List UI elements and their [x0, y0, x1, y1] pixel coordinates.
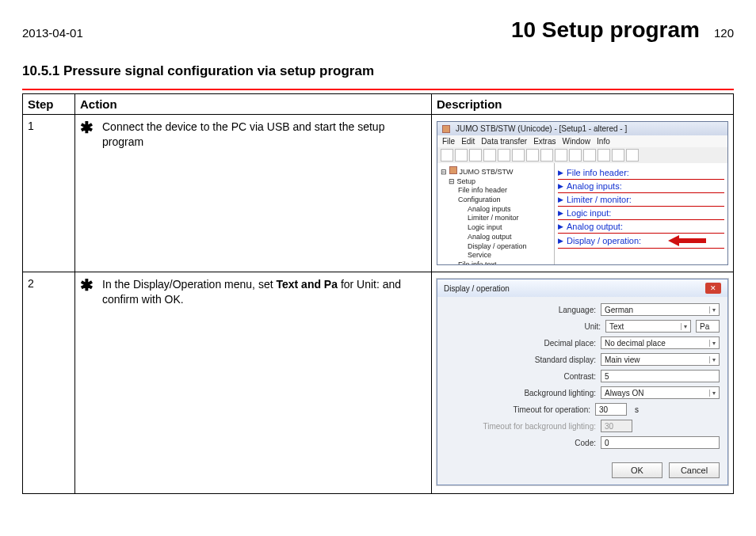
unit-seconds: s	[635, 405, 639, 414]
toolbar-button[interactable]	[483, 149, 496, 162]
toolbar	[437, 147, 727, 163]
toolbar-button[interactable]	[455, 149, 468, 162]
dialog-title-bar: Display / operation ✕	[437, 279, 727, 297]
label-backlight: Background lighting:	[524, 389, 596, 397]
table-row: 1 ✱ Connect the device to the PC via USB…	[23, 115, 734, 272]
tree-item[interactable]: Analog inputs	[441, 205, 551, 215]
svg-marker-0	[668, 235, 706, 246]
step-number: 2	[23, 272, 75, 494]
toolbar-button[interactable]	[512, 149, 525, 162]
unit-text-field[interactable]: Pa	[696, 320, 720, 333]
label-timeout-backlight: Timeout for background lighting:	[483, 422, 597, 431]
label-contrast: Contrast:	[563, 372, 596, 381]
decimal-select[interactable]: No decimal place▾	[601, 336, 720, 349]
window-title: JUMO STB/STW (Unicode) - [Setup1 - alter…	[456, 124, 627, 133]
tree-item[interactable]: Service	[441, 251, 551, 260]
col-header-description: Description	[432, 94, 734, 115]
tree-node[interactable]: ⊟ Setup	[441, 177, 551, 187]
bullet-icon: ✱	[80, 277, 94, 307]
menu-file[interactable]: File	[442, 137, 455, 146]
action-text: In the Display/Operation menu, set Text …	[102, 277, 426, 307]
panel-link[interactable]: ▶Limiter / monitor:	[558, 193, 724, 207]
menu-data-transfer[interactable]: Data transfer	[481, 137, 527, 146]
panel-link[interactable]: ▶File info header:	[558, 166, 724, 180]
action-text: Connect the device to the PC via USB and…	[102, 120, 426, 150]
menu-bar: File Edit Data transfer Extras Window In…	[437, 135, 727, 147]
label-language: Language:	[559, 306, 596, 314]
tree-item[interactable]: File info header	[441, 186, 551, 196]
toolbar-button[interactable]	[469, 149, 482, 162]
menu-window[interactable]: Window	[563, 137, 591, 146]
toolbar-button[interactable]	[540, 149, 553, 162]
close-icon[interactable]: ✕	[705, 283, 721, 294]
toolbar-button[interactable]	[555, 149, 567, 162]
toolbar-button[interactable]	[569, 149, 582, 162]
dialog-title: Display / operation	[444, 284, 510, 293]
code-field[interactable]: 0	[601, 436, 720, 449]
chapter-title: 10 Setup program	[511, 17, 700, 43]
panel-link[interactable]: ▶Analog inputs:	[558, 180, 724, 193]
display-operation-dialog: Display / operation ✕ Language: German▾ …	[437, 279, 728, 485]
window-title-bar: JUMO STB/STW (Unicode) - [Setup1 - alter…	[437, 122, 727, 135]
setup-program-screenshot: JUMO STB/STW (Unicode) - [Setup1 - alter…	[437, 121, 728, 265]
toolbar-button[interactable]	[498, 149, 510, 162]
panel-link[interactable]: ▶Analog output:	[558, 220, 724, 234]
toolbar-button[interactable]	[626, 149, 639, 162]
section-heading: 10.5.1 Pressure signal configuration via…	[22, 63, 734, 79]
red-divider	[22, 89, 734, 90]
backlight-select[interactable]: Always ON▾	[601, 386, 720, 399]
tree-item[interactable]: Analog output	[441, 233, 551, 242]
step-number: 1	[23, 115, 75, 272]
menu-edit[interactable]: Edit	[461, 137, 475, 146]
language-select[interactable]: German▾	[601, 303, 720, 316]
page-header: 2013-04-01 10 Setup program 120	[22, 17, 734, 43]
label-unit: Unit:	[584, 322, 601, 331]
steps-table: Step Action Description 1 ✱ Connect the …	[22, 93, 734, 494]
content-panel: ▶File info header: ▶Analog inputs: ▶Limi…	[555, 163, 727, 264]
tree-root[interactable]: ⊟ JUMO STB/STW	[441, 166, 551, 177]
contrast-field[interactable]: 5	[601, 370, 720, 382]
page-number: 120	[714, 26, 734, 40]
unit-select[interactable]: Text▾	[605, 320, 691, 333]
timeout-operation-field[interactable]: 30	[595, 403, 627, 416]
label-standard-display: Standard display:	[535, 355, 596, 364]
tree-item[interactable]: Display / operation	[441, 242, 551, 252]
col-header-step: Step	[23, 94, 75, 115]
timeout-backlight-field: 30	[601, 420, 632, 432]
tree-item[interactable]: Configuration	[441, 196, 551, 205]
label-timeout-operation: Timeout for operation:	[514, 405, 590, 414]
panel-link[interactable]: ▶Logic input:	[558, 207, 724, 220]
tree-item[interactable]: Limiter / monitor	[441, 214, 551, 223]
toolbar-button[interactable]	[612, 149, 624, 162]
callout-arrow-icon	[668, 235, 706, 246]
app-icon	[442, 125, 450, 133]
bullet-icon: ✱	[80, 120, 94, 150]
label-decimal: Decimal place:	[544, 339, 596, 348]
tree-item[interactable]: File info text	[441, 260, 551, 264]
cancel-button[interactable]: Cancel	[669, 462, 720, 478]
toolbar-button[interactable]	[598, 149, 610, 162]
col-header-action: Action	[75, 94, 432, 115]
standard-display-select[interactable]: Main view▾	[601, 353, 720, 366]
toolbar-button[interactable]	[583, 149, 596, 162]
navigation-tree[interactable]: ⊟ JUMO STB/STW ⊟ Setup File info header …	[437, 163, 555, 264]
toolbar-button[interactable]	[441, 149, 453, 162]
menu-extras[interactable]: Extras	[533, 137, 556, 146]
label-code: Code:	[575, 439, 596, 447]
page-date: 2013-04-01	[22, 26, 83, 40]
table-row: 2 ✱ In the Display/Operation menu, set T…	[23, 272, 734, 494]
toolbar-button[interactable]	[526, 149, 539, 162]
menu-info[interactable]: Info	[597, 137, 610, 146]
ok-button[interactable]: OK	[612, 462, 662, 478]
panel-link-highlight[interactable]: ▶Display / operation:	[558, 234, 724, 249]
tree-item[interactable]: Logic input	[441, 223, 551, 233]
